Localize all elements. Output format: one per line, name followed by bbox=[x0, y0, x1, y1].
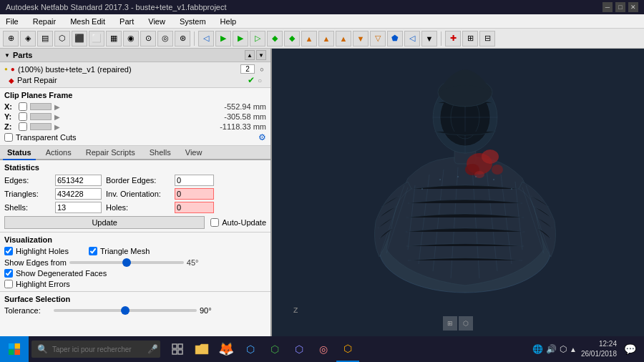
part-item[interactable]: ● ● (100%) buste+tete_v1 (repaired) 2 ○ bbox=[3, 64, 268, 74]
toolbar-btn-3[interactable]: ▤ bbox=[37, 31, 53, 47]
toolbar-more-2[interactable]: ⊟ bbox=[479, 31, 495, 47]
toolbar-btn-10[interactable]: ◎ bbox=[157, 31, 173, 47]
clock[interactable]: 12:24 26/01/2018 bbox=[581, 339, 617, 359]
toolbar-nav-14[interactable]: ▼ bbox=[421, 31, 437, 47]
taskbar-search-input[interactable] bbox=[52, 346, 143, 353]
part-options-icon[interactable]: ○ bbox=[258, 65, 266, 74]
highlight-holes-checkbox[interactable] bbox=[4, 247, 13, 255]
tab-shells[interactable]: Shells bbox=[145, 146, 175, 160]
part-badge: 2 bbox=[240, 64, 255, 74]
toolbar-nav-5[interactable]: ◆ bbox=[267, 31, 283, 47]
minimize-button[interactable]: ─ bbox=[602, 2, 613, 12]
toolbar-nav-12[interactable]: ⬟ bbox=[387, 31, 403, 47]
viewport-3d[interactable]: z ⊞ ⬡ bbox=[272, 49, 644, 336]
toolbar-nav-11[interactable]: ▽ bbox=[370, 31, 386, 47]
clip-x-checkbox[interactable] bbox=[19, 102, 27, 111]
maximize-button[interactable]: □ bbox=[615, 2, 625, 12]
stats-row-triangles: Triangles: Inv. Orientation: bbox=[4, 188, 266, 200]
viewport-panel[interactable]: z ⊞ ⬡ bbox=[272, 49, 644, 336]
toolbar-btn-6[interactable]: ⬜ bbox=[89, 31, 104, 47]
taskbar-folder[interactable] bbox=[190, 336, 213, 362]
part-repair-label: Part Repair bbox=[17, 76, 57, 84]
taskbar-app-3[interactable]: ⬡ bbox=[239, 336, 262, 362]
clock-date: 26/01/2018 bbox=[581, 349, 617, 359]
toolbar-nav-6[interactable]: ◆ bbox=[284, 31, 300, 47]
toolbar-btn-5[interactable]: ⬛ bbox=[72, 31, 87, 47]
taskbar-app-5[interactable]: ⬡ bbox=[288, 336, 311, 362]
taskbar-app-4[interactable]: ⬡ bbox=[263, 336, 286, 362]
toolbar-more-1[interactable]: ⊞ bbox=[462, 31, 478, 47]
toolbar-nav-1[interactable]: ◁ bbox=[198, 31, 214, 47]
taskbar-netfabb[interactable]: ⬡ bbox=[336, 336, 359, 362]
toolbar-nav-13[interactable]: ◁ bbox=[404, 31, 420, 47]
toolbar-btn-9[interactable]: ⊙ bbox=[140, 31, 156, 47]
stats-inv-orientation-value[interactable] bbox=[175, 188, 214, 200]
tab-repair-scripts[interactable]: Repair Scripts bbox=[82, 146, 140, 160]
start-button[interactable] bbox=[0, 336, 29, 362]
tolerance-slider[interactable] bbox=[54, 309, 197, 312]
show-degenerated-faces-checkbox[interactable] bbox=[4, 269, 13, 278]
part-repair-item[interactable]: ◆ Part Repair ✔ ○ bbox=[3, 74, 268, 86]
stats-border-edges-value[interactable] bbox=[175, 175, 214, 186]
clip-y-value: -305.58 mm bbox=[224, 112, 266, 121]
toolbar-btn-7[interactable]: ▦ bbox=[106, 31, 122, 47]
toolbar-nav-3[interactable]: ▶ bbox=[233, 31, 248, 47]
part-name: (100%) buste+tete_v1 (repaired) bbox=[18, 65, 132, 74]
menu-part[interactable]: Part bbox=[117, 17, 137, 26]
menu-system[interactable]: System bbox=[177, 17, 209, 26]
transparent-cuts-label: Transparent Cuts bbox=[16, 133, 77, 142]
tray-up-icon[interactable]: ▲ bbox=[570, 346, 577, 353]
toolbar-btn-11[interactable]: ⊛ bbox=[175, 31, 190, 47]
menu-repair[interactable]: Repair bbox=[30, 17, 59, 26]
toolbar-nav-7[interactable]: ▲ bbox=[301, 31, 317, 47]
auto-update-checkbox[interactable] bbox=[210, 218, 219, 227]
search-icon: 🔍 bbox=[37, 344, 48, 354]
update-button[interactable]: Update bbox=[4, 216, 205, 229]
menu-file[interactable]: File bbox=[3, 17, 21, 26]
stats-holes-value[interactable] bbox=[175, 202, 214, 213]
tab-actions[interactable]: Actions bbox=[42, 146, 76, 160]
clip-x-slider-mini bbox=[30, 103, 52, 110]
network-icon: 🌐 bbox=[532, 344, 543, 354]
taskbar-firefox[interactable]: 🦊 bbox=[215, 336, 238, 362]
clip-z-checkbox[interactable] bbox=[19, 122, 27, 131]
tab-status[interactable]: Status bbox=[3, 146, 36, 160]
clip-x-value: -552.94 mm bbox=[224, 102, 266, 111]
parts-scroll-down[interactable]: ▼ bbox=[256, 50, 266, 60]
taskbar-app-6[interactable]: ◎ bbox=[312, 336, 335, 362]
toolbar-nav-9[interactable]: ▲ bbox=[336, 31, 351, 47]
taskbar-task-view[interactable] bbox=[166, 336, 189, 362]
toolbar-nav-2[interactable]: ▶ bbox=[215, 31, 231, 47]
stats-row-edges: Edges: Border Edges: bbox=[4, 175, 266, 186]
clip-settings-icon[interactable]: ⚙ bbox=[258, 132, 266, 142]
view-icon-2[interactable]: ⬡ bbox=[459, 316, 473, 331]
parts-expand-icon[interactable]: ▼ bbox=[4, 52, 10, 59]
view-icon-1[interactable]: ⊞ bbox=[443, 316, 457, 331]
toolbar-btn-1[interactable]: ⊕ bbox=[3, 31, 19, 47]
toolbar-add[interactable]: ✚ bbox=[445, 31, 461, 47]
notification-button[interactable]: 💬 bbox=[621, 341, 638, 358]
toolbar-btn-2[interactable]: ◈ bbox=[20, 31, 36, 47]
model-svg bbox=[336, 64, 594, 307]
search-bar[interactable]: 🔍 🎤 bbox=[31, 341, 160, 358]
show-edges-slider[interactable] bbox=[69, 261, 184, 264]
menu-view[interactable]: View bbox=[145, 17, 168, 26]
stats-shells-value[interactable] bbox=[55, 202, 102, 213]
triangle-mesh-checkbox[interactable] bbox=[89, 247, 97, 255]
menu-mesh-edit[interactable]: Mesh Edit bbox=[67, 17, 108, 26]
parts-scroll-up[interactable]: ▲ bbox=[245, 50, 255, 60]
title-text: Autodesk Netfabb Standard 2017.3 - buste… bbox=[6, 3, 227, 11]
toolbar-btn-4[interactable]: ⬡ bbox=[54, 31, 70, 47]
menu-help[interactable]: Help bbox=[218, 17, 240, 26]
toolbar-nav-10[interactable]: ▼ bbox=[353, 31, 369, 47]
stats-edges-value[interactable] bbox=[55, 175, 102, 186]
transparent-cuts-checkbox[interactable] bbox=[4, 133, 13, 142]
close-button[interactable]: ✕ bbox=[628, 2, 638, 12]
tab-view[interactable]: View bbox=[181, 146, 207, 160]
toolbar-btn-8[interactable]: ◉ bbox=[123, 31, 139, 47]
toolbar-nav-4[interactable]: ▷ bbox=[250, 31, 265, 47]
toolbar-nav-8[interactable]: ▲ bbox=[318, 31, 334, 47]
clip-y-checkbox[interactable] bbox=[19, 112, 27, 121]
stats-triangles-value[interactable] bbox=[55, 188, 102, 200]
highlight-errors-checkbox[interactable] bbox=[4, 280, 13, 288]
